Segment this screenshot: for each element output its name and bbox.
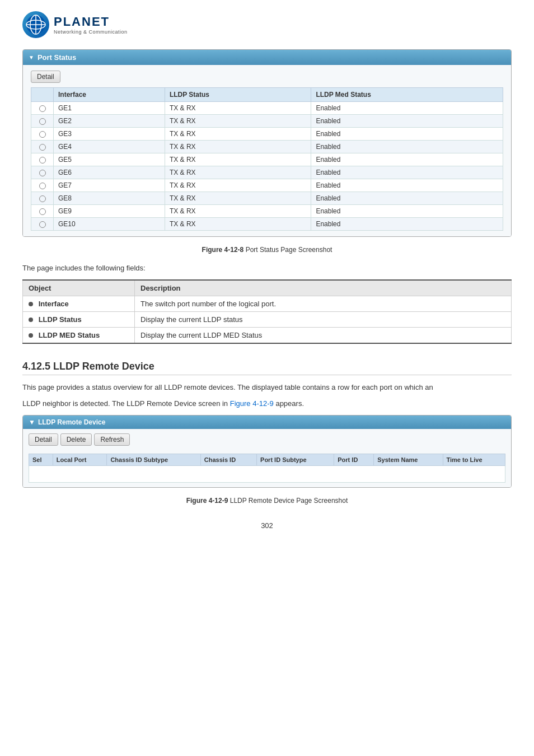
row-radio[interactable] bbox=[31, 115, 54, 128]
remote-col-header: Chassis ID bbox=[200, 454, 256, 465]
field-description: The switch port number of the logical po… bbox=[135, 296, 512, 311]
figure1-caption: Figure 4-12-8 Port Status Page Screensho… bbox=[22, 246, 512, 254]
table-row: GE7 TX & RX Enabled bbox=[31, 179, 503, 192]
row-radio[interactable] bbox=[31, 102, 54, 115]
col-select bbox=[31, 88, 54, 102]
field-description: Display the current LLDP status bbox=[135, 311, 512, 327]
row-interface: GE7 bbox=[54, 179, 165, 192]
col-interface: Interface bbox=[54, 88, 165, 102]
field-object: LLDP Status bbox=[23, 311, 135, 327]
remote-device-panel: ▼ LLDP Remote Device Detail Delete Refre… bbox=[22, 415, 512, 488]
row-lldp-status: TX & RX bbox=[165, 218, 311, 231]
figure2-text: LLDP Remote Device Page Screenshot bbox=[230, 497, 348, 505]
row-lldp-status: TX & RX bbox=[165, 128, 311, 141]
field-object: LLDP MED Status bbox=[23, 327, 135, 343]
table-row: GE4 TX & RX Enabled bbox=[31, 141, 503, 153]
remote-device-body: Detail Delete Refresh SelLocal PortChass… bbox=[23, 429, 511, 487]
col-lldp-status: LLDP Status bbox=[165, 88, 311, 102]
row-interface: GE9 bbox=[54, 205, 165, 218]
row-interface: GE1 bbox=[54, 102, 165, 115]
fields-col-description: Description bbox=[135, 280, 512, 296]
table-row: GE1 TX & RX Enabled bbox=[31, 102, 503, 115]
field-description: Display the current LLDP MED Status bbox=[135, 327, 512, 343]
remote-col-header: System Name bbox=[374, 454, 443, 465]
row-radio[interactable] bbox=[31, 218, 54, 231]
port-status-title: Port Status bbox=[38, 53, 76, 62]
row-lldp-med: Enabled bbox=[311, 102, 503, 115]
remote-col-header: Sel bbox=[29, 454, 53, 465]
row-lldp-status: TX & RX bbox=[165, 166, 311, 179]
table-row: GE5 TX & RX Enabled bbox=[31, 153, 503, 166]
row-interface: GE4 bbox=[54, 141, 165, 153]
collapse-icon[interactable]: ▼ bbox=[29, 54, 34, 60]
remote-col-header: Port ID Subtype bbox=[257, 454, 334, 465]
figure1-text: Port Status Page Screenshot bbox=[246, 246, 332, 254]
remote-col-header: Port ID bbox=[334, 454, 374, 465]
row-lldp-med: Enabled bbox=[311, 128, 503, 141]
row-radio[interactable] bbox=[31, 166, 54, 179]
logo-icon bbox=[22, 11, 49, 38]
port-status-table: Interface LLDP Status LLDP Med Status GE… bbox=[31, 87, 503, 231]
detail-button[interactable]: Detail bbox=[31, 71, 60, 83]
row-interface: GE5 bbox=[54, 153, 165, 166]
col-lldp-med: LLDP Med Status bbox=[311, 88, 503, 102]
row-lldp-med: Enabled bbox=[311, 205, 503, 218]
table-row: GE2 TX & RX Enabled bbox=[31, 115, 503, 128]
row-lldp-status: TX & RX bbox=[165, 192, 311, 205]
section-heading: 4.12.5 LLDP Remote Device bbox=[22, 361, 512, 375]
section-desc2: LLDP neighbor is detected. The LLDP Remo… bbox=[22, 398, 512, 409]
row-lldp-med: Enabled bbox=[311, 153, 503, 166]
port-status-body: Detail Interface LLDP Status LLDP Med St… bbox=[23, 65, 511, 236]
row-interface: GE3 bbox=[54, 128, 165, 141]
port-status-panel: ▼ Port Status Detail Interface LLDP Stat… bbox=[22, 49, 512, 237]
remote-delete-button[interactable]: Delete bbox=[60, 433, 92, 446]
row-interface: GE6 bbox=[54, 166, 165, 179]
row-lldp-med: Enabled bbox=[311, 115, 503, 128]
row-lldp-med: Enabled bbox=[311, 141, 503, 153]
row-lldp-status: TX & RX bbox=[165, 102, 311, 115]
row-lldp-status: TX & RX bbox=[165, 179, 311, 192]
remote-collapse-icon[interactable]: ▼ bbox=[29, 418, 35, 426]
page-number: 302 bbox=[22, 521, 512, 530]
remote-col-header: Time to Live bbox=[443, 454, 505, 465]
figure-ref-link[interactable]: Figure 4-12-9 bbox=[230, 399, 274, 408]
remote-device-title: LLDP Remote Device bbox=[38, 418, 106, 426]
table-row: LLDP Status Display the current LLDP sta… bbox=[23, 311, 512, 327]
section-desc1: This page provides a status overview for… bbox=[22, 383, 433, 391]
row-radio[interactable] bbox=[31, 128, 54, 141]
row-radio[interactable] bbox=[31, 179, 54, 192]
section-desc: This page provides a status overview for… bbox=[22, 382, 512, 393]
remote-device-header: ▼ LLDP Remote Device bbox=[23, 416, 511, 429]
table-row bbox=[29, 465, 505, 482]
logo-area: PLANET Networking & Communication bbox=[22, 11, 512, 38]
row-lldp-med: Enabled bbox=[311, 218, 503, 231]
fields-col-object: Object bbox=[23, 280, 135, 296]
table-row: GE8 TX & RX Enabled bbox=[31, 192, 503, 205]
row-lldp-med: Enabled bbox=[311, 166, 503, 179]
table-row: LLDP MED Status Display the current LLDP… bbox=[23, 327, 512, 343]
row-lldp-status: TX & RX bbox=[165, 115, 311, 128]
remote-detail-button[interactable]: Detail bbox=[29, 433, 58, 446]
remote-btn-row: Detail Delete Refresh bbox=[29, 433, 505, 450]
port-status-header: ▼ Port Status bbox=[23, 50, 511, 65]
row-interface: GE2 bbox=[54, 115, 165, 128]
remote-refresh-button[interactable]: Refresh bbox=[94, 433, 130, 446]
figure2-caption: Figure 4-12-9 LLDP Remote Device Page Sc… bbox=[22, 497, 512, 505]
brand-tagline: Networking & Communication bbox=[54, 29, 128, 35]
section-title: LLDP Remote Device bbox=[53, 361, 154, 372]
row-radio[interactable] bbox=[31, 141, 54, 153]
row-lldp-status: TX & RX bbox=[165, 205, 311, 218]
row-radio[interactable] bbox=[31, 192, 54, 205]
figure2-label: Figure 4-12-9 bbox=[186, 497, 228, 505]
remote-device-table: SelLocal PortChassis ID SubtypeChassis I… bbox=[29, 454, 505, 483]
row-lldp-status: TX & RX bbox=[165, 141, 311, 153]
row-lldp-status: TX & RX bbox=[165, 153, 311, 166]
row-interface: GE10 bbox=[54, 218, 165, 231]
section-desc3: appears. bbox=[275, 399, 304, 408]
row-radio[interactable] bbox=[31, 153, 54, 166]
table-row: Interface The switch port number of the … bbox=[23, 296, 512, 311]
section-desc2-text: LLDP neighbor is detected. The LLDP Remo… bbox=[22, 399, 228, 408]
row-radio[interactable] bbox=[31, 205, 54, 218]
row-lldp-med: Enabled bbox=[311, 179, 503, 192]
row-interface: GE8 bbox=[54, 192, 165, 205]
